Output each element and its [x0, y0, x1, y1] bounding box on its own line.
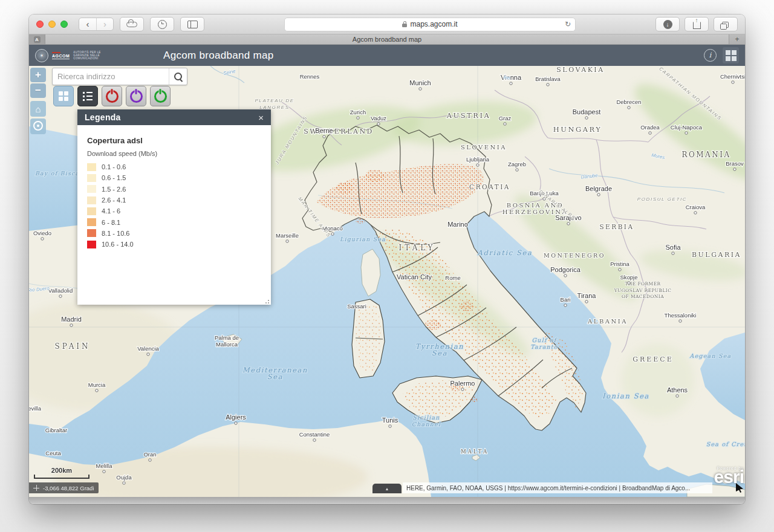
city-dot — [70, 324, 73, 326]
esri-logo[interactable]: Powered by esri — [706, 466, 744, 494]
forward-button[interactable]: › — [96, 18, 113, 30]
share-icon — [693, 22, 701, 29]
legend-swatch — [87, 174, 96, 182]
legend-button[interactable] — [77, 86, 98, 106]
pinned-tab[interactable]: A — [29, 34, 45, 44]
city-dot — [564, 274, 567, 277]
map-label: Marino — [447, 221, 468, 228]
window-controls — [36, 21, 68, 28]
map-label: ROMANIA — [681, 151, 730, 159]
map-label: ALBANIA — [587, 318, 628, 325]
coordinate-text: -3,066 48,822 Gradi — [43, 485, 94, 491]
map-label: SLOVAKIA — [556, 66, 604, 74]
map-label: Ljubljana — [466, 156, 490, 163]
zoom-controls: + − — [30, 68, 46, 98]
layer-power-green-button[interactable] — [150, 86, 171, 106]
logo-tagline: AUTORITÀ PER LE GARANZIE NELLE COMUNICAZ… — [73, 51, 100, 60]
layer-power-purple-button[interactable] — [126, 86, 146, 106]
locate-button[interactable] — [30, 118, 46, 134]
legend-header[interactable]: Legenda × — [77, 109, 271, 125]
city-dot — [547, 83, 549, 86]
zoom-in-button[interactable]: + — [30, 68, 46, 82]
basemap-grid-icon — [59, 91, 68, 101]
close-window-button[interactable] — [36, 21, 44, 28]
map-label: SicilianChannel — [412, 414, 441, 427]
legend-close-button[interactable]: × — [258, 113, 264, 122]
reload-button[interactable]: ↻ — [565, 20, 571, 28]
map-label: AUSTRIA — [446, 111, 491, 120]
search-button[interactable] — [169, 68, 187, 85]
icloud-tabs-button[interactable] — [120, 17, 144, 31]
city-dot — [676, 395, 678, 397]
map-label: Melilla — [96, 462, 113, 469]
map-label: Sassari — [347, 303, 366, 310]
legend-swatch — [87, 163, 96, 171]
tab-bar: A Agcom broadband map + — [29, 34, 745, 45]
map-label: Thessaloniki — [665, 312, 697, 319]
apps-grid-button[interactable] — [723, 47, 739, 63]
layer-power-red-button[interactable] — [102, 86, 122, 106]
power-icon — [130, 90, 143, 103]
pinned-tab-icon: A — [34, 36, 41, 43]
legend-rows: 0.1 - 0.60.6 - 1.51.5 - 2.62.6 - 4.14.1 … — [87, 161, 261, 250]
map-canvas[interactable]: SPAINITALYSWITZERLANDAUSTRIASLOVAKIAHUNG… — [29, 66, 745, 497]
zoom-window-button[interactable] — [60, 21, 68, 28]
search-input[interactable] — [53, 72, 169, 81]
legend-label: 4.1 - 6 — [102, 207, 120, 215]
map-label: Ionian Sea — [602, 392, 649, 400]
minimize-window-button[interactable] — [48, 21, 56, 28]
sidebar-icon — [187, 21, 198, 28]
address-bar[interactable]: maps.agcom.it ↻ — [284, 18, 576, 31]
downloads-button[interactable]: ↓ — [655, 17, 680, 31]
city-dot — [672, 252, 674, 255]
legend-resize-handle[interactable] — [264, 299, 269, 303]
header-actions: i — [704, 47, 739, 63]
crosshair-icon[interactable] — [33, 485, 39, 491]
city-dot — [685, 132, 688, 134]
city-dot — [649, 132, 651, 134]
basemap-gallery-button[interactable] — [53, 86, 74, 106]
power-icon — [106, 90, 119, 103]
city-dot — [628, 106, 630, 109]
info-button[interactable]: i — [704, 49, 717, 62]
tab-overview-button[interactable] — [714, 17, 738, 31]
map-label: MALTA — [461, 449, 489, 455]
city-dot — [628, 282, 630, 284]
legend-label: 8.1 - 10.6 — [102, 230, 129, 237]
home-extent-button[interactable]: ⌂ — [30, 101, 46, 117]
map-label: Oviedo — [33, 230, 51, 236]
power-icon — [154, 90, 167, 103]
map-label: Inn — [503, 74, 511, 81]
legend-row: 8.1 - 10.6 — [87, 228, 261, 239]
city-dot — [585, 117, 588, 119]
zoom-out-button[interactable]: − — [30, 83, 46, 98]
legend-swatch — [87, 229, 96, 237]
attribution-collapse-tab[interactable]: ▲ — [372, 484, 402, 493]
map-label: Madrid — [61, 316, 82, 323]
legend-swatch — [87, 185, 96, 193]
toolbar-right-buttons: ↓ — [655, 17, 738, 31]
city-dot — [419, 88, 421, 90]
city-dot — [476, 164, 479, 166]
map-attribution[interactable]: HERE, Garmin, FAO, NOAA, USGS | https://… — [403, 482, 712, 493]
city-dot — [313, 439, 316, 441]
city-dot — [733, 168, 736, 170]
browser-window: ‹ › maps.agcom.it ↻ ↓ A Agcom broadband … — [29, 15, 745, 504]
legend-row: 2.6 - 4.1 — [87, 195, 261, 206]
window-footer — [29, 497, 745, 504]
new-tab-button[interactable]: + — [729, 34, 745, 44]
legend-label: 6 - 8.1 — [102, 219, 120, 226]
logo-red-bar — [52, 52, 60, 53]
back-button[interactable]: ‹ — [79, 18, 96, 30]
map-label: Bari — [561, 296, 571, 303]
city-dot — [41, 238, 44, 240]
map-label: Bay of Biscay — [35, 170, 84, 177]
share-button[interactable] — [685, 17, 709, 31]
active-tab[interactable]: Agcom broadband map — [45, 34, 729, 44]
tabs-icon — [722, 22, 729, 28]
sidebar-button[interactable] — [180, 17, 204, 31]
history-button[interactable] — [150, 17, 174, 31]
map-label: Munich — [409, 79, 431, 86]
map-label: Cluj-Napoca — [671, 124, 703, 131]
city-dot — [564, 304, 567, 307]
